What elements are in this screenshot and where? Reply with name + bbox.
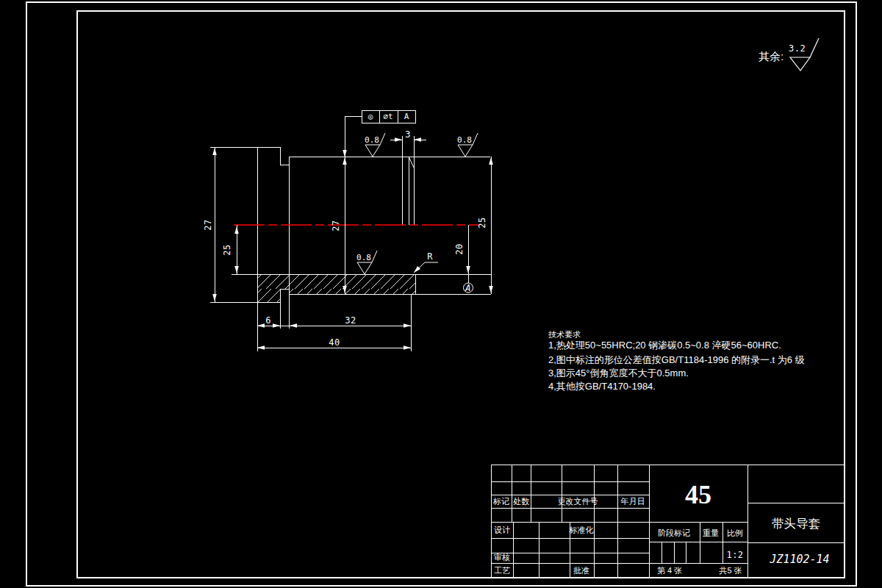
dim-bore-left: 25 (222, 244, 232, 255)
datum-letter: A (465, 283, 471, 293)
fcf-tolerance: ⌀t (383, 112, 392, 121)
tb-stage-label: 阶段标记 (658, 528, 690, 537)
tech-title: 技术要求 (548, 330, 581, 339)
dim-body-od: 25 (477, 217, 487, 228)
dim-head-width: 6 (265, 315, 271, 326)
tb-drawing-no: JZ1102-14 (769, 553, 829, 566)
tb-rev-docno: 更改文件号 (558, 497, 598, 506)
fcf-concentricity-icon: ◎ (368, 112, 373, 121)
dim-groove-width: 3 (405, 129, 411, 140)
tb-approve: 批准 (573, 566, 589, 575)
tb-audit: 审核 (494, 553, 510, 562)
tb-rev-date: 年月日 (620, 497, 645, 506)
tb-rev-count: 处数 (513, 497, 529, 506)
title-block: 标记 处数 更改文件号 年月日 设计 标准化 审核 工艺 批准 45 阶段标记 … (492, 480, 830, 575)
dim-body-length: 32 (345, 315, 356, 326)
tech-line-1: 1,热处理50~55HRC;20 钢渗碳0.5~0.8 淬硬56~60HRC. (548, 340, 781, 351)
dimension-lines (215, 116, 491, 348)
dim-body-27: 27 (331, 220, 341, 231)
fcf-datum-ref: A (404, 112, 409, 121)
tb-sheet: 第 4 张 (657, 566, 682, 575)
cad-canvas: ◎ ⌀t A 0.8 0.8 0.8 其余: 3.2 A 27 25 27 25… (0, 0, 882, 588)
drawing-sheet: ◎ ⌀t A 0.8 0.8 0.8 其余: 3.2 A 27 25 27 25… (0, 0, 882, 588)
tb-weight-label: 重量 (703, 528, 719, 537)
roughness-value-1: 0.8 (365, 135, 379, 145)
tech-line-4: 4,其他按GB/T4170-1984. (548, 381, 656, 392)
dim-bore-20: 20 (454, 243, 465, 254)
tb-sheets-total: 共5 张 (718, 566, 742, 575)
roughness-value-3: 0.8 (356, 253, 371, 262)
tb-scale-label: 比例 (727, 528, 743, 537)
tb-scale-value: 1:2 (726, 550, 743, 560)
tech-line-2: 2,图中标注的形位公差值按GB/T1184-1996 的附录一.t 为6 级 (548, 354, 805, 365)
tb-part-name: 带头导套 (772, 517, 820, 530)
hatch-head (225, 284, 314, 306)
radius-label: R (427, 251, 433, 262)
roughness-value-2: 0.8 (457, 135, 472, 145)
dim-total-length: 40 (329, 337, 340, 348)
hatch-body (265, 284, 431, 298)
dim-head-od: 27 (203, 219, 213, 230)
general-roughness-value: 3.2 (789, 43, 806, 54)
tb-rev-mark: 标记 (492, 497, 509, 506)
chamfer-line (409, 157, 414, 168)
tb-standardize: 标准化 (569, 526, 594, 534)
tb-material: 45 (685, 480, 711, 509)
general-roughness-label: 其余: (759, 50, 784, 62)
tb-process: 工艺 (494, 566, 510, 575)
tech-requirements: 技术要求 1,热处理50~55HRC;20 钢渗碳0.5~0.8 淬硬56~60… (548, 330, 805, 392)
tech-line-3: 3,图示45°倒角宽度不大于0.5mm. (548, 368, 689, 379)
tb-design: 设计 (494, 526, 510, 534)
